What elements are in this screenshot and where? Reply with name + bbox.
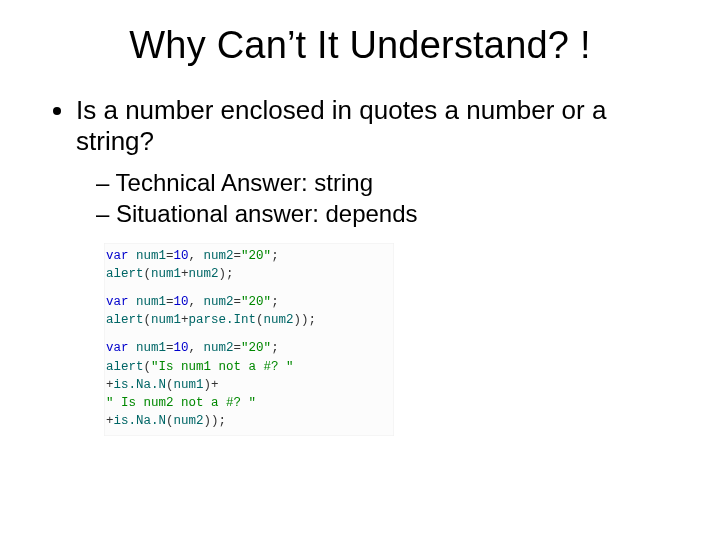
sub-list: – Technical Answer: string – Situational… bbox=[76, 169, 672, 229]
punct: ); bbox=[219, 267, 234, 281]
ident: num1 bbox=[151, 313, 181, 327]
ident: num2 bbox=[264, 313, 294, 327]
punct: = bbox=[166, 341, 174, 355]
keyword-var: var bbox=[106, 341, 136, 355]
punct: ; bbox=[271, 341, 279, 355]
ident: num2 bbox=[174, 414, 204, 428]
string-literal: "20" bbox=[241, 295, 271, 309]
code-line: var num1=10, num2="20"; bbox=[106, 339, 392, 357]
number-literal: 10 bbox=[174, 249, 189, 263]
punct: , bbox=[189, 249, 204, 263]
punct: )+ bbox=[204, 378, 219, 392]
slide-title: Why Can’t It Understand? ! bbox=[0, 0, 720, 77]
sub-2: – Situational answer: depends bbox=[96, 200, 672, 229]
code-line: var num1=10, num2="20"; bbox=[106, 247, 392, 265]
bullet-1: Is a number enclosed in quotes a number … bbox=[76, 95, 672, 229]
punct: = bbox=[234, 249, 242, 263]
ident: alert bbox=[106, 267, 144, 281]
code-line: alert(num1+parse.Int(num2)); bbox=[106, 311, 392, 329]
bullet-list: Is a number enclosed in quotes a number … bbox=[48, 95, 672, 229]
ident: num2 bbox=[204, 341, 234, 355]
keyword-var: var bbox=[106, 249, 136, 263]
number-literal: 10 bbox=[174, 341, 189, 355]
punct: ; bbox=[271, 249, 279, 263]
punct: , bbox=[189, 341, 204, 355]
punct: = bbox=[166, 249, 174, 263]
bullet-1-text: Is a number enclosed in quotes a number … bbox=[76, 95, 606, 156]
string-literal: "20" bbox=[241, 341, 271, 355]
string-literal: " Is num2 not a #? " bbox=[106, 396, 256, 410]
code-line: +is.Na.N(num2)); bbox=[106, 412, 392, 430]
punct: )); bbox=[204, 414, 227, 428]
slide-body: Is a number enclosed in quotes a number … bbox=[0, 77, 720, 436]
code-line: alert(num1+num2); bbox=[106, 265, 392, 283]
punct: = bbox=[234, 341, 242, 355]
ident: num1 bbox=[136, 341, 166, 355]
punct: )); bbox=[294, 313, 317, 327]
punct: ( bbox=[144, 360, 152, 374]
punct: ( bbox=[256, 313, 264, 327]
number-literal: 10 bbox=[174, 295, 189, 309]
punct: ; bbox=[271, 295, 279, 309]
punct: + bbox=[181, 313, 189, 327]
string-literal: "Is num1 not a #? " bbox=[151, 360, 294, 374]
keyword-var: var bbox=[106, 295, 136, 309]
punct: + bbox=[106, 378, 114, 392]
punct: = bbox=[234, 295, 242, 309]
code-gap bbox=[106, 329, 392, 339]
slide: Why Can’t It Understand? ! Is a number e… bbox=[0, 0, 720, 540]
code-gap bbox=[106, 283, 392, 293]
ident: num2 bbox=[189, 267, 219, 281]
ident: num2 bbox=[204, 249, 234, 263]
punct: ( bbox=[144, 313, 152, 327]
punct: ( bbox=[144, 267, 152, 281]
punct: = bbox=[166, 295, 174, 309]
code-line: var num1=10, num2="20"; bbox=[106, 293, 392, 311]
ident: is.Na.N bbox=[114, 414, 167, 428]
code-line: alert("Is num1 not a #? " bbox=[106, 358, 392, 376]
ident: num1 bbox=[136, 249, 166, 263]
code-line: +is.Na.N(num1)+ bbox=[106, 376, 392, 394]
ident: num1 bbox=[174, 378, 204, 392]
string-literal: "20" bbox=[241, 249, 271, 263]
punct: + bbox=[106, 414, 114, 428]
ident: is.Na.N bbox=[114, 378, 167, 392]
sub-1: – Technical Answer: string bbox=[96, 169, 672, 198]
punct: ( bbox=[166, 378, 174, 392]
ident: parse.Int bbox=[189, 313, 257, 327]
punct: , bbox=[189, 295, 204, 309]
ident: alert bbox=[106, 313, 144, 327]
ident: num2 bbox=[204, 295, 234, 309]
code-line: " Is num2 not a #? " bbox=[106, 394, 392, 412]
punct: ( bbox=[166, 414, 174, 428]
ident: num1 bbox=[136, 295, 166, 309]
ident: num1 bbox=[151, 267, 181, 281]
code-block: var num1=10, num2="20"; alert(num1+num2)… bbox=[104, 243, 394, 436]
punct: + bbox=[181, 267, 189, 281]
ident: alert bbox=[106, 360, 144, 374]
